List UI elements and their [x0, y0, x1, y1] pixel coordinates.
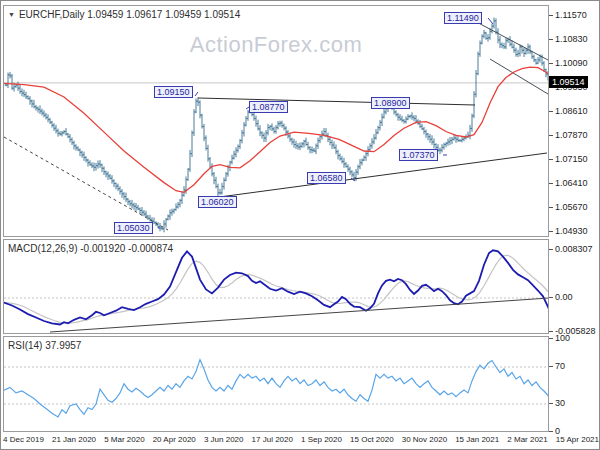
- date-tick-label: 30 Nov 2020: [402, 435, 447, 449]
- axis-tick: [549, 297, 553, 298]
- price-annotation-label[interactable]: 1.11490: [444, 12, 482, 24]
- axis-tick-label: 1.10090: [555, 58, 588, 68]
- axis-tick-label: 0.008307: [555, 244, 593, 254]
- price-annotation-label[interactable]: 1.09150: [154, 86, 193, 98]
- axis-tick: [549, 338, 553, 339]
- macd-label: MACD(12,26,9) -0.001920 -0.000874: [8, 243, 173, 254]
- date-tick-label: 20 Apr 2020: [153, 435, 196, 449]
- date-tick-label: 15 Oct 2020: [350, 435, 394, 449]
- axis-tick: [549, 39, 553, 40]
- axis-tick-label: 30: [555, 398, 565, 408]
- axis-tick: [549, 231, 553, 232]
- date-axis[interactable]: 4 Dec 201921 Jan 20205 Mar 202020 Apr 20…: [3, 435, 599, 449]
- date-tick-label: 4 Dec 2019: [3, 435, 44, 449]
- axis-tick: [549, 63, 553, 64]
- date-tick-label: 17 Jul 2020: [252, 435, 293, 449]
- chart-title: ▼EURCHF,Daily 1.09459 1.09617 1.09459 1.…: [8, 9, 240, 20]
- axis-tick: [549, 249, 553, 250]
- axis-tick: [549, 183, 553, 184]
- rsi-chart-canvas[interactable]: [4, 337, 548, 431]
- rsi-panel[interactable]: RSI(14) 37.9957: [3, 336, 549, 432]
- axis-tick-label: 1.08610: [555, 106, 588, 116]
- axis-tick-label: 1.06410: [555, 178, 588, 188]
- chart-title-text: EURCHF,Daily 1.09459 1.09617 1.09459 1.0…: [19, 9, 240, 20]
- price-annotation-label[interactable]: 1.06580: [307, 172, 346, 184]
- price-annotation-label[interactable]: 1.07370: [399, 149, 438, 161]
- axis-tick: [549, 159, 553, 160]
- date-tick-label: 15 Jan 2021: [455, 435, 499, 449]
- chart-window: ActionForex.com ▼EURCHF,Daily 1.09459 1.…: [0, 0, 600, 450]
- axis-tick-label: 1.07870: [555, 130, 588, 140]
- axis-tick-label: 1.04930: [555, 226, 588, 236]
- rsi-label: RSI(14) 37.9957: [8, 340, 81, 351]
- price-axis[interactable]: 1.115701.108301.100901.093501.086101.078…: [549, 1, 600, 450]
- price-annotation-label[interactable]: 1.05030: [114, 222, 153, 234]
- axis-tick-label: 1.07150: [555, 154, 588, 164]
- axis-tick-label: 1.10830: [555, 34, 588, 44]
- axis-tick-label: 70: [555, 361, 565, 371]
- current-price-tag: 1.09514: [549, 76, 588, 88]
- axis-tick: [549, 431, 553, 432]
- axis-tick-label: 100: [555, 333, 570, 343]
- axis-tick: [549, 366, 553, 367]
- price-annotation-label[interactable]: 1.08770: [249, 101, 288, 113]
- date-tick-label: 1 Sep 2020: [301, 435, 342, 449]
- macd-panel[interactable]: MACD(12,26,9) -0.001920 -0.000874: [3, 239, 549, 334]
- price-chart-canvas[interactable]: [4, 6, 548, 236]
- date-tick-label: 3 Jun 2020: [204, 435, 244, 449]
- axis-tick: [549, 207, 553, 208]
- price-annotation-label[interactable]: 1.08900: [371, 97, 410, 109]
- date-tick-label: 15 Apr 2021: [556, 435, 599, 449]
- axis-tick: [549, 135, 553, 136]
- axis-tick-label: 0.00: [555, 292, 573, 302]
- axis-tick: [549, 331, 553, 332]
- date-tick-label: 21 Jan 2020: [52, 435, 96, 449]
- date-tick-label: 5 Mar 2020: [104, 435, 144, 449]
- axis-tick-label: 1.11570: [555, 10, 587, 20]
- date-tick-label: 2 Mar 2021: [507, 435, 547, 449]
- dropdown-icon: ▼: [8, 11, 15, 18]
- axis-tick: [549, 403, 553, 404]
- axis-tick: [549, 111, 553, 112]
- price-annotation-label[interactable]: 1.06020: [198, 196, 237, 208]
- axis-tick-label: 1.05670: [555, 202, 588, 212]
- axis-tick: [549, 15, 553, 16]
- price-chart-panel[interactable]: ActionForex.com ▼EURCHF,Daily 1.09459 1.…: [3, 5, 549, 237]
